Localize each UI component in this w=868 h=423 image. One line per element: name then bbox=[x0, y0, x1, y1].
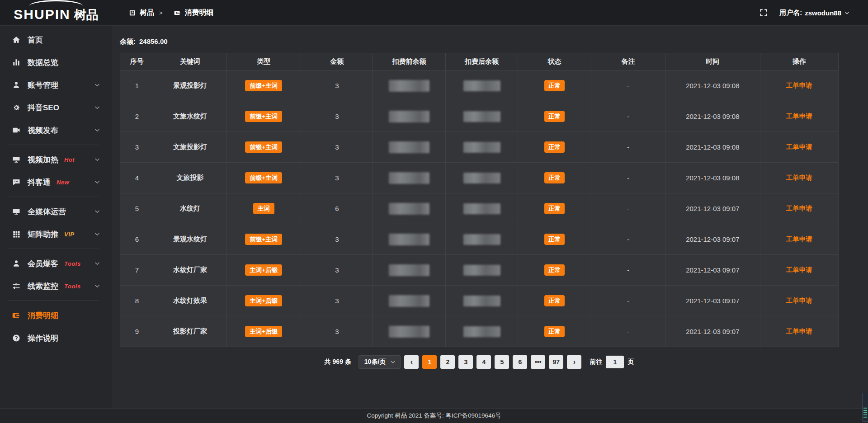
redacted-balance-after bbox=[463, 296, 500, 306]
prev-page-button[interactable]: ‹ bbox=[404, 355, 419, 369]
cell-balance-after bbox=[445, 132, 518, 163]
work-order-link[interactable]: 工单申请 bbox=[786, 113, 812, 120]
page-button-2[interactable]: 2 bbox=[440, 355, 455, 369]
cell-index: 9 bbox=[120, 316, 154, 347]
cell-action: 工单申请 bbox=[760, 316, 838, 347]
fullscreen-icon[interactable] bbox=[760, 9, 768, 17]
page-size-select[interactable]: 10条/页 bbox=[359, 355, 401, 369]
cell-amount: 3 bbox=[301, 224, 373, 255]
goto-suffix: 页 bbox=[627, 358, 634, 366]
sidebar-item-消费明细[interactable]: 消费明细 bbox=[0, 304, 112, 327]
sidebar-item-账号管理[interactable]: 账号管理 bbox=[0, 74, 112, 96]
sidebar: 首页数据总览账号管理抖音SEO视频发布视频加热Hot抖客通New全媒体运营矩阵助… bbox=[0, 26, 112, 423]
copyright-text: Copyright 树品 2021 备案号: 粤ICP备09019646号 bbox=[367, 412, 501, 420]
page-button-3[interactable]: 3 bbox=[458, 355, 473, 369]
sidebar-item-首页[interactable]: 首页 bbox=[0, 28, 112, 51]
grid-icon bbox=[12, 230, 20, 238]
sidebar-item-全媒体运营[interactable]: 全媒体运营 bbox=[0, 200, 112, 223]
work-order-link[interactable]: 工单申请 bbox=[786, 266, 812, 273]
cell-remark: - bbox=[591, 193, 665, 224]
sidebar-item-label: 线索监控 bbox=[28, 281, 58, 291]
column-header: 扣费前余额 bbox=[373, 53, 445, 70]
column-header: 时间 bbox=[665, 53, 760, 70]
goto-label: 前往 bbox=[590, 358, 602, 366]
chevron-down-icon bbox=[93, 231, 101, 237]
page-button-97[interactable]: 97 bbox=[549, 355, 563, 369]
sidebar-item-视频发布[interactable]: 视频发布 bbox=[0, 119, 112, 141]
cell-type: 前缀+主词 bbox=[226, 101, 301, 132]
gear-icon bbox=[12, 103, 20, 112]
sidebar-item-会员爆客[interactable]: 会员爆客Tools bbox=[0, 252, 112, 275]
table-row: 5水纹灯主词6正常-2021-12-03 09:07工单申请 bbox=[120, 193, 839, 224]
sidebar-item-抖客通[interactable]: 抖客通New bbox=[0, 171, 112, 193]
type-badge: 前缀+主词 bbox=[245, 234, 282, 245]
sidebar-item-badge: Hot bbox=[64, 156, 75, 163]
cell-time: 2021-12-03 09:07 bbox=[665, 255, 760, 286]
redacted-balance-before bbox=[389, 326, 429, 338]
cell-type: 前缀+主词 bbox=[226, 70, 301, 101]
redacted-balance-after bbox=[463, 80, 500, 91]
cell-amount: 6 bbox=[301, 193, 373, 224]
chevron-down-icon bbox=[390, 359, 396, 365]
page-button-4[interactable]: 4 bbox=[476, 355, 491, 369]
cell-amount: 3 bbox=[301, 255, 373, 286]
sidebar-item-线索监控[interactable]: 线索监控Tools bbox=[0, 275, 112, 297]
page-button-1[interactable]: 1 bbox=[422, 355, 437, 369]
cell-index: 2 bbox=[120, 101, 154, 132]
sidebar-item-label: 账号管理 bbox=[28, 80, 58, 90]
sidebar-menu: 首页数据总览账号管理抖音SEO视频发布视频加热Hot抖客通New全媒体运营矩阵助… bbox=[0, 28, 112, 349]
redacted-balance-after bbox=[463, 142, 500, 153]
redacted-balance-before bbox=[389, 264, 429, 276]
sidebar-item-视频加热[interactable]: 视频加热Hot bbox=[0, 148, 112, 171]
bar-chart-icon bbox=[12, 58, 20, 66]
page-button-6[interactable]: 6 bbox=[513, 355, 527, 369]
floating-widget[interactable] bbox=[862, 393, 868, 422]
user-menu[interactable]: 用户名: zswodun88 bbox=[779, 9, 850, 17]
cell-time: 2021-12-03 09:08 bbox=[665, 163, 760, 193]
cell-status: 正常 bbox=[518, 286, 591, 316]
sidebar-divider bbox=[8, 145, 99, 145]
sidebar-item-矩阵助推[interactable]: 矩阵助推VIP bbox=[0, 223, 112, 245]
work-order-link[interactable]: 工单申请 bbox=[786, 297, 812, 304]
next-page-button[interactable]: › bbox=[567, 355, 581, 369]
page-ellipsis-button[interactable]: ••• bbox=[531, 355, 545, 369]
cell-amount: 3 bbox=[301, 101, 373, 132]
status-badge: 正常 bbox=[544, 80, 565, 92]
work-order-link[interactable]: 工单申请 bbox=[786, 143, 812, 150]
cell-action: 工单申请 bbox=[760, 101, 838, 132]
type-badge: 前缀+主词 bbox=[245, 111, 282, 122]
cell-type: 前缀+主词 bbox=[226, 132, 301, 163]
page-button-5[interactable]: 5 bbox=[495, 355, 509, 369]
cell-status: 正常 bbox=[518, 163, 591, 193]
sidebar-item-label: 会员爆客 bbox=[28, 258, 58, 269]
cell-index: 1 bbox=[120, 70, 154, 101]
work-order-link[interactable]: 工单申请 bbox=[786, 328, 812, 335]
redacted-balance-before bbox=[389, 203, 429, 215]
goto-page-input[interactable] bbox=[606, 356, 624, 368]
column-header: 类型 bbox=[226, 53, 301, 70]
cell-time: 2021-12-03 09:08 bbox=[665, 101, 760, 132]
cell-balance-after bbox=[445, 193, 518, 224]
cell-keyword: 投影灯厂家 bbox=[154, 316, 226, 347]
work-order-link[interactable]: 工单申请 bbox=[786, 235, 812, 243]
work-order-link[interactable]: 工单申请 bbox=[786, 82, 812, 89]
member-icon bbox=[12, 259, 20, 268]
floating-widget-stripes bbox=[863, 408, 867, 419]
sidebar-item-抖音SEO[interactable]: 抖音SEO bbox=[0, 96, 112, 119]
work-order-link[interactable]: 工单申请 bbox=[786, 174, 812, 181]
cell-amount: 3 bbox=[301, 286, 373, 316]
table-header-row: 序号关键词类型金额扣费前余额扣费后余额状态备注时间操作 bbox=[120, 53, 839, 70]
question-icon bbox=[12, 334, 20, 342]
sidebar-item-badge: New bbox=[57, 179, 69, 186]
chevron-down-icon bbox=[93, 179, 101, 185]
chevron-down-icon bbox=[93, 156, 101, 163]
work-order-link[interactable]: 工单申请 bbox=[786, 205, 812, 212]
sidebar-divider bbox=[8, 301, 99, 301]
wallet-icon bbox=[12, 311, 20, 320]
sidebar-item-数据总览[interactable]: 数据总览 bbox=[0, 51, 112, 74]
sidebar-item-操作说明[interactable]: 操作说明 bbox=[0, 327, 112, 349]
cell-action: 工单申请 bbox=[760, 255, 838, 286]
app-logo[interactable]: SHUPIN 树品 bbox=[0, 0, 112, 26]
breadcrumb-item-home[interactable]: 树品 bbox=[140, 8, 154, 18]
chevron-down-icon bbox=[844, 10, 850, 16]
